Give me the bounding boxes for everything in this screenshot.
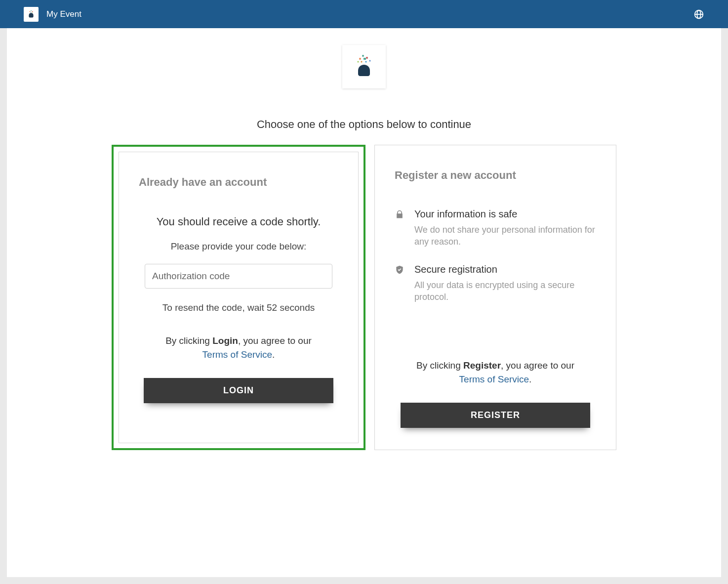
register-button[interactable]: REGISTER [401, 403, 590, 428]
brain-head-icon [26, 9, 37, 20]
topbar-logo [24, 7, 39, 22]
brain-head-icon [349, 52, 379, 82]
svg-point-15 [365, 61, 367, 63]
login-button[interactable]: LOGIN [144, 378, 333, 403]
svg-rect-13 [364, 58, 366, 60]
login-headline: You should receive a code shortly. [139, 215, 338, 228]
topbar: My Event [0, 0, 728, 28]
feature-info-safe: Your information is safe We do not share… [395, 209, 596, 248]
register-panel-title: Register a new account [395, 169, 596, 182]
svg-point-12 [358, 61, 359, 63]
login-panel: Already have an account You should recei… [112, 145, 365, 450]
login-consent: By clicking Login, you agree to our Term… [139, 334, 338, 361]
feature-secure: Secure registration All your data is enc… [395, 264, 596, 303]
login-subhead: Please provide your code below: [139, 241, 338, 252]
instruction-text: Choose one of the options below to conti… [41, 118, 687, 131]
svg-point-9 [362, 55, 364, 57]
consent-suffix: , you agree to our [238, 335, 312, 346]
feature-title: Your information is safe [414, 209, 596, 220]
topbar-title: My Event [46, 9, 81, 19]
svg-point-0 [29, 11, 30, 12]
svg-point-10 [366, 57, 368, 59]
feature-title: Secure registration [414, 264, 596, 275]
consent-prefix: By clicking [165, 335, 212, 346]
consent-suffix: , you agree to our [501, 360, 574, 371]
topbar-left: My Event [24, 7, 81, 22]
lock-icon [395, 209, 405, 248]
panels: Already have an account You should recei… [41, 145, 687, 450]
login-panel-title: Already have an account [139, 176, 338, 189]
login-block: You should receive a code shortly. Pleas… [139, 215, 338, 403]
consent-action: Register [463, 360, 501, 371]
login-tos-link[interactable]: Terms of Service [202, 349, 272, 360]
page-content: Choose one of the options below to conti… [7, 28, 721, 577]
authorization-code-input[interactable] [145, 264, 332, 289]
register-consent: By clicking Register, you agree to our T… [395, 359, 596, 386]
svg-point-3 [30, 11, 31, 12]
event-logo-wrap [41, 45, 687, 88]
language-button[interactable] [693, 9, 704, 20]
svg-point-2 [32, 11, 33, 12]
feature-desc: All your data is encrypted using a secur… [414, 279, 596, 303]
svg-point-11 [369, 60, 371, 62]
consent-action: Login [212, 335, 238, 346]
globe-icon [693, 9, 704, 20]
resend-text: To resend the code, wait 52 seconds [139, 302, 338, 313]
register-tos-link[interactable]: Terms of Service [459, 374, 529, 384]
svg-point-14 [361, 61, 363, 63]
consent-prefix: By clicking [416, 360, 463, 371]
shield-check-icon [395, 265, 405, 303]
register-panel: Register a new account Your information … [374, 145, 616, 450]
svg-point-4 [32, 12, 32, 12]
event-logo [342, 45, 386, 88]
svg-point-8 [359, 58, 361, 60]
feature-desc: We do not share your personal informatio… [414, 224, 596, 248]
svg-point-1 [31, 10, 32, 11]
